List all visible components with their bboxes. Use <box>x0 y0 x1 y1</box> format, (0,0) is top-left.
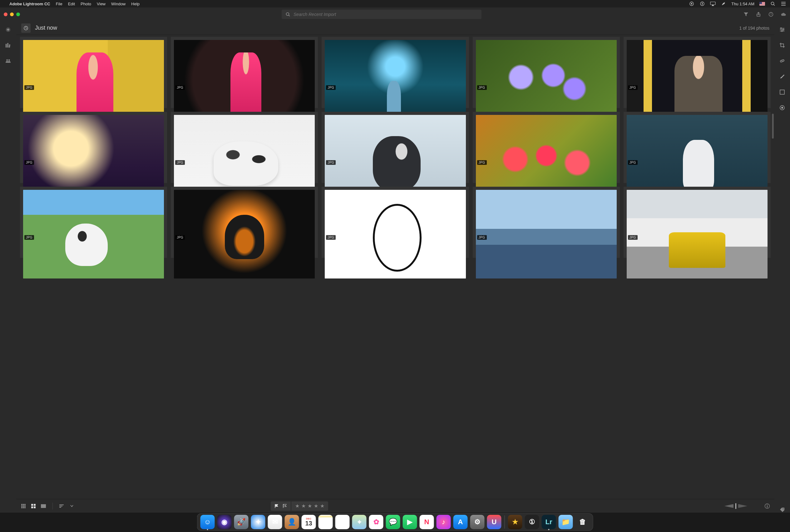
svg-point-24 <box>8 59 10 61</box>
close-window-button[interactable] <box>4 13 7 16</box>
photo-cell[interactable]: JPG <box>322 187 469 258</box>
photo-cell[interactable]: JPG★★★★★✓ <box>171 112 318 183</box>
cc-status-icon[interactable] <box>689 1 694 6</box>
info-icon[interactable] <box>765 503 770 509</box>
recent-badge-icon[interactable] <box>21 23 31 33</box>
photo-cell[interactable]: JPG✓ <box>20 112 167 183</box>
search-input[interactable] <box>294 12 478 17</box>
photo-cell[interactable]: JPG✓ <box>624 112 771 183</box>
photo-cell[interactable]: JPG <box>20 187 167 258</box>
dock-app-folder[interactable]: 📁 <box>559 515 573 529</box>
photo-cell[interactable]: JPG✓ <box>322 37 469 108</box>
status-icon-1[interactable] <box>699 1 705 6</box>
menu-help[interactable]: Help <box>131 2 139 6</box>
dock-app-news[interactable]: N <box>420 515 434 529</box>
search-box[interactable] <box>282 10 482 19</box>
dock-app-contacts[interactable]: 👤 <box>285 515 299 529</box>
airplay-icon[interactable] <box>710 1 716 6</box>
photo-grid-scroll[interactable]: JPG✓JPG✓JPG✓JPG✓JPG✓JPG✓JPG★★★★★✓JPG✓JPG… <box>16 35 774 499</box>
dock-app-preferences[interactable]: ⚙ <box>470 515 485 529</box>
dock-app-magnet[interactable]: U <box>487 515 502 529</box>
right-rail <box>774 21 790 513</box>
dock-app-imovie[interactable]: ★ <box>508 515 522 529</box>
menubar-clock[interactable]: Thu 1:54 AM <box>731 2 754 6</box>
dock-app-calendar[interactable]: DEC13 <box>302 515 316 529</box>
dock-app-notes[interactable]: ≣ <box>319 515 333 529</box>
crop-icon[interactable] <box>779 42 785 48</box>
photo-cell[interactable]: JPG <box>171 187 318 258</box>
svg-rect-30 <box>23 504 24 505</box>
photo-cell[interactable]: JPG✓ <box>20 37 167 108</box>
help-icon[interactable]: ? <box>768 12 774 17</box>
svg-rect-38 <box>31 504 33 506</box>
sort-button[interactable] <box>59 503 64 509</box>
radial-gradient-icon[interactable] <box>779 105 785 111</box>
brush-icon[interactable] <box>779 74 785 79</box>
dock-app-facetime[interactable]: ▶ <box>403 515 417 529</box>
menu-window[interactable]: Window <box>111 2 126 6</box>
zoom-window-button[interactable] <box>16 13 20 16</box>
dock-app-itunes[interactable]: ♪ <box>436 515 451 529</box>
window-titlebar: ? <box>0 7 790 21</box>
dock-app-safari[interactable]: ✦ <box>251 515 265 529</box>
minimize-window-button[interactable] <box>10 13 14 16</box>
photo-cell[interactable]: JPG <box>624 187 771 258</box>
rating-controls[interactable]: ★★★★★ <box>291 501 328 511</box>
dock-app-lightroom[interactable]: Lr <box>542 515 556 529</box>
filter-icon[interactable] <box>743 12 749 17</box>
menu-file[interactable]: File <box>56 2 62 6</box>
macos-menubar: Adobe Lightroom CC File Edit Photo View … <box>0 0 790 7</box>
view-small-grid-button[interactable] <box>21 503 26 509</box>
photo-cell[interactable]: JPG✓ <box>322 112 469 183</box>
scrollbar-thumb[interactable] <box>772 114 774 139</box>
svg-rect-32 <box>21 506 22 507</box>
keywords-icon[interactable] <box>779 507 785 513</box>
svg-point-57 <box>781 31 783 32</box>
menu-view[interactable]: View <box>97 2 106 6</box>
dock-app-trash[interactable]: 🗑 <box>576 515 590 529</box>
dock-app-photos[interactable]: ✿ <box>369 515 383 529</box>
zoom-handle[interactable] <box>735 503 736 509</box>
sharing-icon[interactable] <box>5 58 11 64</box>
dock-app-mail[interactable]: ✉ <box>268 515 282 529</box>
dock-app-finder[interactable]: ☺ <box>201 515 215 529</box>
dock-app-maps[interactable]: ⌖ <box>352 515 366 529</box>
view-single-button[interactable] <box>41 503 46 509</box>
notification-center-icon[interactable] <box>780 1 786 6</box>
input-source-flag-icon[interactable] <box>759 2 765 6</box>
view-large-grid-button[interactable] <box>31 503 36 509</box>
photo-cell[interactable]: JPG✓ <box>473 37 620 108</box>
dock-app-reminders[interactable]: ☰ <box>335 515 350 529</box>
svg-rect-42 <box>41 504 46 508</box>
dock-app-1password[interactable]: ① <box>525 515 539 529</box>
edit-panel-icon[interactable] <box>779 27 785 33</box>
dock-app-launchpad[interactable]: 🚀 <box>234 515 248 529</box>
chevron-down-icon[interactable] <box>69 503 75 509</box>
thumbnail-size-slider[interactable] <box>716 503 756 509</box>
flag-reject-button[interactable] <box>282 503 287 509</box>
menu-photo[interactable]: Photo <box>80 2 91 6</box>
dock-app-messages[interactable]: 💬 <box>386 515 400 529</box>
format-badge: JPG <box>24 160 34 165</box>
linear-gradient-icon[interactable] <box>779 89 785 95</box>
format-badge: JPG <box>175 235 185 240</box>
dock-app-siri[interactable]: ◉ <box>217 515 232 529</box>
share-icon[interactable] <box>756 12 761 17</box>
photo-cell[interactable]: JPG✓ <box>473 112 620 183</box>
format-badge: JPG <box>24 85 34 90</box>
cloud-sync-icon[interactable] <box>780 12 786 17</box>
healing-brush-icon[interactable] <box>779 58 785 64</box>
photo-cell[interactable]: JPG✓ <box>624 37 771 108</box>
search-icon <box>285 12 290 17</box>
svg-rect-58 <box>780 59 784 62</box>
flag-pick-button[interactable] <box>274 503 280 509</box>
photo-cell[interactable]: JPG <box>473 187 620 258</box>
photo-cell[interactable]: JPG✓ <box>171 37 318 108</box>
status-icon-2[interactable] <box>721 1 726 6</box>
app-name[interactable]: Adobe Lightroom CC <box>10 2 50 6</box>
dock-app-appstore[interactable]: A <box>453 515 468 529</box>
menu-edit[interactable]: Edit <box>68 2 75 6</box>
my-photos-icon[interactable] <box>5 42 11 48</box>
add-photos-button[interactable] <box>5 27 11 33</box>
spotlight-icon[interactable] <box>770 1 776 6</box>
